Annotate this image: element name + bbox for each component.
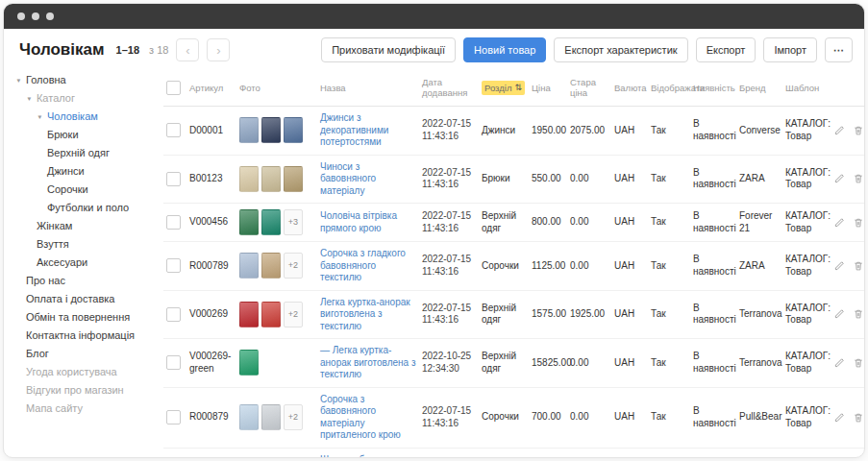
column-header[interactable]: Наявність (690, 69, 736, 107)
product-name-link[interactable]: Легка куртка-анорак виготовлена з тексти… (320, 297, 410, 331)
product-photo[interactable] (239, 117, 259, 143)
more-photos-badge[interactable]: +3 (284, 209, 303, 235)
row-checkbox[interactable] (166, 172, 181, 186)
delete-icon[interactable] (853, 217, 864, 229)
edit-icon[interactable] (833, 173, 845, 184)
product-photo[interactable] (239, 253, 259, 279)
column-header[interactable]: Бренд (736, 69, 782, 107)
more-actions-button[interactable]: ⋯ (825, 37, 853, 62)
product-photo[interactable] (239, 209, 259, 235)
delete-icon[interactable] (853, 173, 864, 184)
column-header[interactable]: Фото (236, 69, 317, 107)
window-dot-icon[interactable] (46, 12, 54, 20)
sidebar-item[interactable]: ▼Каталог (13, 89, 158, 108)
date-cell: 2022-07-1511:43:16 (419, 448, 479, 457)
product-name-link[interactable]: Чоловіча вітрівка прямого крою (320, 210, 397, 233)
row-checkbox[interactable] (166, 307, 181, 322)
new-product-button[interactable]: Новий товар (463, 37, 546, 62)
product-name-link[interactable]: Чиноси з бавовняного матеріалу (320, 161, 376, 196)
edit-icon[interactable] (833, 260, 845, 272)
pagination-total: з 18 (149, 44, 168, 56)
product-photo[interactable] (239, 404, 259, 430)
sidebar-item[interactable]: Взуття (13, 235, 158, 254)
sidebar-item[interactable]: Жінкам (13, 217, 158, 235)
sidebar-item[interactable]: Відгуки про магазин (13, 381, 158, 400)
sidebar-item[interactable]: Обмін та повернення (13, 308, 158, 327)
next-page-button[interactable]: › (207, 38, 230, 61)
export-characteristics-button[interactable]: Експорт характеристик (554, 37, 687, 62)
window-dot-icon[interactable] (32, 12, 39, 20)
column-header[interactable]: Стара ціна (567, 69, 611, 107)
import-button[interactable]: Імпорт (763, 37, 817, 62)
product-photo[interactable] (261, 404, 281, 430)
availability-cell: В наявності (690, 155, 736, 204)
product-photo[interactable] (261, 166, 281, 192)
product-name-link[interactable]: Джинси з декоративними потертостями (320, 112, 388, 147)
edit-icon[interactable] (833, 217, 845, 229)
column-header[interactable]: Артикул (186, 69, 236, 107)
sidebar-item[interactable]: Брюки (13, 126, 158, 144)
product-name-link[interactable]: Штани з бавовняного матеріалу прямого кр… (320, 454, 415, 458)
availability-cell: В наявності (690, 290, 736, 339)
product-photo[interactable] (261, 117, 281, 143)
sidebar-item[interactable]: Джинси (13, 162, 158, 181)
window-dot-icon[interactable] (17, 12, 25, 20)
product-photo[interactable] (261, 253, 281, 279)
row-checkbox[interactable] (166, 215, 181, 230)
product-photo[interactable] (284, 166, 303, 192)
row-checkbox[interactable] (166, 355, 181, 370)
photo-cell (236, 155, 317, 204)
more-photos-badge[interactable]: +2 (284, 253, 303, 279)
sidebar-item[interactable]: Мапа сайту (13, 400, 158, 418)
sidebar-item[interactable]: Верхній одяг (13, 144, 158, 162)
edit-icon[interactable] (833, 308, 845, 320)
column-header[interactable]: Дата додавання (419, 69, 479, 107)
row-select-cell (163, 448, 186, 457)
column-header[interactable]: Валюта (611, 69, 648, 107)
hide-modifications-button[interactable]: Приховати модифікації (321, 37, 456, 62)
more-photos-badge[interactable]: +2 (284, 404, 303, 430)
delete-icon[interactable] (853, 412, 864, 424)
sidebar-item[interactable]: Футболки и поло (13, 199, 158, 217)
product-photo[interactable] (239, 166, 259, 192)
row-checkbox[interactable] (166, 123, 181, 137)
select-all-checkbox[interactable] (166, 81, 181, 95)
sidebar-item[interactable]: Сорочки (13, 181, 158, 199)
sidebar-item[interactable]: ▼Головна (13, 71, 158, 89)
product-photo[interactable] (284, 117, 303, 143)
product-name-link[interactable]: Сорочка з бавовняного матеріалу притален… (320, 394, 401, 441)
product-photo[interactable] (239, 302, 259, 328)
column-header[interactable]: Ціна (529, 69, 567, 107)
column-header[interactable]: Назва (317, 69, 419, 107)
row-checkbox[interactable] (166, 410, 181, 425)
edit-icon[interactable] (833, 125, 845, 136)
sidebar-item[interactable]: Угода користувача (13, 363, 158, 381)
sidebar-item[interactable]: Контактна інформація (13, 327, 158, 345)
edit-icon[interactable] (833, 357, 845, 369)
sort-icon[interactable]: ⇅ (514, 83, 522, 92)
prev-page-button[interactable]: ‹ (176, 38, 199, 61)
sidebar-item[interactable]: ▼Чоловікам (13, 108, 158, 126)
column-header[interactable]: Шаблон (782, 69, 836, 107)
sidebar-item[interactable]: Аксесуари (13, 254, 158, 272)
sidebar-item[interactable]: Блог (13, 345, 158, 363)
product-photo[interactable] (261, 209, 281, 235)
product-photo[interactable] (239, 350, 259, 376)
more-photos-badge[interactable]: +2 (284, 302, 303, 328)
row-checkbox[interactable] (166, 258, 181, 273)
sidebar-item[interactable]: Оплата і доставка (13, 290, 158, 308)
product-name-link[interactable]: — Легка куртка-анорак виготовлена з текс… (320, 345, 416, 379)
export-button[interactable]: Експорт (696, 37, 756, 62)
column-header[interactable]: Розділ⇅ (479, 69, 529, 107)
delete-icon[interactable] (853, 308, 864, 320)
sku-value: V000456 (189, 216, 228, 227)
product-name-link[interactable]: Сорочка з гладкого бавовняного текстилю (320, 248, 406, 282)
column-header[interactable]: Відображати (648, 69, 690, 107)
delete-icon[interactable] (853, 260, 864, 272)
product-photo[interactable] (261, 302, 281, 328)
delete-icon[interactable] (853, 357, 864, 369)
edit-icon[interactable] (833, 412, 845, 424)
table-body: D00001Джинси з декоративними потертостям… (163, 107, 864, 458)
delete-icon[interactable] (853, 125, 864, 136)
sidebar-item[interactable]: Про нас (13, 272, 158, 290)
